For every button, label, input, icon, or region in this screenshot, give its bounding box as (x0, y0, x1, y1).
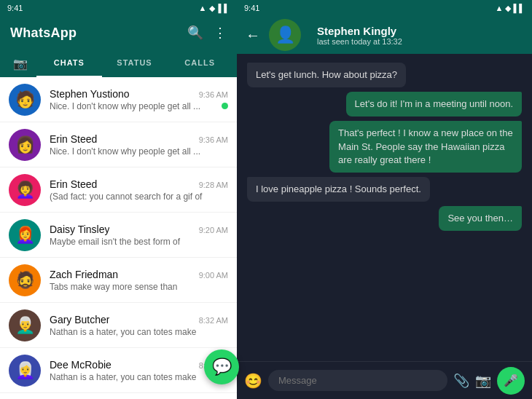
chat-content: Stephen Yustiono 9:36 AM Nice. I don't k… (50, 88, 228, 111)
emoji-button[interactable]: 😊 (244, 372, 262, 390)
header-actions: 🔍 ⋮ (187, 25, 227, 41)
more-options-icon[interactable]: ⋮ (214, 25, 227, 41)
right-panel: 9:41 ▲ ◆ ▌▌ ← 👤 Stephen Kingly last seen… (237, 0, 532, 399)
new-chat-icon: 💬 (212, 357, 232, 376)
chat-content: Gary Butcher 8:32 AM Nathan is a hater, … (50, 314, 228, 337)
chat-header: ← 👤 Stephen Kingly last seen today at 13… (237, 16, 532, 54)
back-button[interactable]: ← (246, 27, 260, 44)
chat-time: 9:20 AM (199, 226, 228, 234)
tab-status[interactable]: STATUS (102, 50, 168, 77)
status-icons: ▲ ◆ ▌▌ (199, 4, 230, 13)
search-icon[interactable]: 🔍 (187, 25, 203, 41)
chat-preview: Tabs make way more sense than (50, 282, 228, 292)
new-chat-fab[interactable]: 💬 (204, 349, 239, 384)
contact-info: Stephen Kingly last seen today at 13:32 (317, 25, 523, 46)
chat-content: Erin Steed 9:36 AM Nice. I don't know wh… (50, 133, 228, 157)
attach-button[interactable]: 📎 (453, 373, 469, 389)
chat-content: Erin Steed 9:28 AM (Sad fact: you cannot… (50, 178, 228, 202)
avatar: 🧑 (9, 84, 41, 116)
contact-status: last seen today at 13:32 (317, 37, 523, 46)
avatar: 👩‍🦰 (9, 219, 41, 251)
chat-name: Zach Friedman (50, 269, 118, 280)
camera-icon: 📷 (13, 57, 28, 71)
chat-preview: (Sad fact: you cannot search for a gif o… (50, 191, 228, 202)
mic-button[interactable]: 🎤 (497, 367, 525, 395)
tabs-bar: 📷 CHATS STATUS CALLS (0, 50, 237, 77)
status-time-right: 9:41 (244, 4, 259, 12)
message-bubble-sent: See you then… (439, 206, 522, 231)
chat-list-item[interactable]: 👩 Erin Steed 9:36 AM Nice. I don't know … (0, 122, 237, 167)
chat-name: Erin Steed (50, 133, 97, 145)
chat-time: 9:00 AM (199, 271, 228, 280)
chat-list-item[interactable]: 👩‍🦱 Erin Steed 9:28 AM (Sad fact: you ca… (0, 167, 237, 213)
status-bar-right: 9:41 ▲ ◆ ▌▌ (237, 0, 532, 16)
camera-tab[interactable]: 📷 (4, 50, 36, 77)
chat-name: Daisy Tinsley (50, 224, 109, 235)
avatar: 👩 (9, 129, 41, 161)
chat-preview: Maybe email isn't the best form of (50, 237, 228, 247)
left-panel: 9:41 ▲ ◆ ▌▌ WhatsApp 🔍 ⋮ 📷 CHATS STATUS … (0, 0, 237, 399)
input-bar: 😊 📎 📷 🎤 (237, 361, 532, 399)
chat-time: 8:32 AM (199, 316, 228, 325)
message-input[interactable] (278, 375, 437, 386)
contact-avatar: 👤 (269, 19, 301, 51)
chat-list-item[interactable]: 👩‍🦲 Patricia Jordan 8:30 AM Nathan is a … (0, 393, 237, 399)
status-time: 9:41 (7, 4, 23, 12)
chat-list-item[interactable]: 👩‍🦳 Dee McRobie 8:35 AM Nathan is a hate… (0, 348, 237, 393)
chat-list-item[interactable]: 🧑 Stephen Yustiono 9:36 AM Nice. I don't… (0, 77, 237, 122)
chat-name: Dee McRobie (50, 359, 112, 371)
chat-preview: Nice. I don't know why people get all ..… (50, 101, 219, 111)
app-title: WhatsApp (10, 25, 77, 41)
chat-content: Dee McRobie 8:35 AM Nathan is a hater, y… (50, 359, 228, 382)
mic-icon: 🎤 (504, 374, 518, 387)
avatar: 👨‍🦳 (9, 309, 41, 341)
tab-calls[interactable]: CALLS (167, 50, 232, 77)
message-bubble-sent: That's perfect ! I know a new place on t… (329, 121, 522, 173)
chat-name: Stephen Yustiono (50, 88, 130, 100)
message-input-wrap (268, 370, 447, 391)
chat-name: Gary Butcher (50, 314, 109, 325)
tab-chats[interactable]: CHATS (36, 50, 102, 77)
unread-indicator (222, 103, 228, 109)
chat-list-item[interactable]: 👩‍🦰 Daisy Tinsley 9:20 AM Maybe email is… (0, 213, 237, 258)
avatar: 👩‍🦳 (9, 355, 41, 387)
camera-button[interactable]: 📷 (475, 373, 491, 389)
chat-preview: Nice. I don't know why people get all ..… (50, 146, 228, 157)
chat-time: 9:36 AM (199, 90, 228, 99)
contact-name: Stephen Kingly (317, 25, 523, 37)
message-bubble-sent: Let's do it! I'm in a meeting until noon… (346, 92, 522, 116)
chat-time: 9:28 AM (199, 181, 228, 189)
chat-preview: Nathan is a hater, you can totes make (50, 372, 228, 382)
avatar: 🧔 (9, 264, 41, 296)
avatar: 👩‍🦱 (9, 174, 41, 206)
message-bubble-received: Let's get lunch. How about pizza? (247, 63, 406, 87)
message-bubble-received: I love pineapple pizza ! Sounds perfect. (247, 177, 430, 202)
chat-list-item[interactable]: 🧔 Zach Friedman 9:00 AM Tabs make way mo… (0, 258, 237, 303)
app-header: WhatsApp 🔍 ⋮ (0, 16, 237, 50)
chat-list-item[interactable]: 👨‍🦳 Gary Butcher 8:32 AM Nathan is a hat… (0, 303, 237, 348)
chat-content: Daisy Tinsley 9:20 AM Maybe email isn't … (50, 224, 228, 247)
chat-list: 🧑 Stephen Yustiono 9:36 AM Nice. I don't… (0, 77, 237, 399)
chat-preview: Nathan is a hater, you can totes make (50, 327, 228, 337)
messages-area: Let's get lunch. How about pizza?Let's d… (237, 54, 532, 361)
chat-name: Erin Steed (50, 178, 97, 190)
chat-content: Zach Friedman 9:00 AM Tabs make way more… (50, 269, 228, 292)
chat-time: 9:36 AM (199, 135, 228, 144)
status-bar-left: 9:41 ▲ ◆ ▌▌ (0, 0, 237, 16)
